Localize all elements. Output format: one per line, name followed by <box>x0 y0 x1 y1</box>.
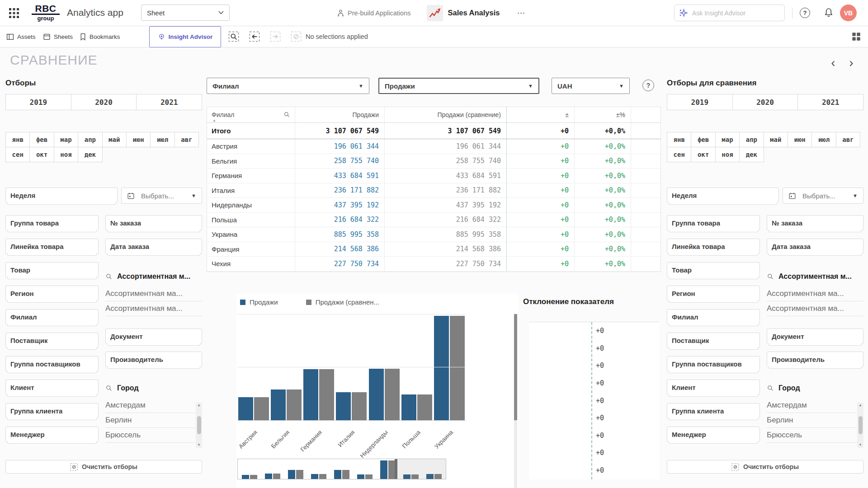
bar-comparison[interactable] <box>287 389 302 420</box>
more-options-icon[interactable]: ⋯ <box>517 8 526 18</box>
month-button[interactable]: янв <box>667 132 691 147</box>
step-back-icon[interactable] <box>249 31 260 42</box>
bar-sales[interactable] <box>238 397 253 420</box>
filter-field[interactable]: Товар <box>5 262 99 277</box>
dimension-dropdown[interactable]: Филиал ▼ <box>207 78 369 94</box>
list-item[interactable]: Брюссель <box>105 428 195 443</box>
month-button[interactable]: янв <box>5 132 30 147</box>
measure-dropdown[interactable]: Продажи ▼ <box>378 78 539 94</box>
month-button[interactable]: авг <box>836 132 860 147</box>
month-button[interactable]: фев <box>691 132 715 147</box>
month-button[interactable]: июн <box>126 132 151 147</box>
bar-comparison[interactable] <box>417 394 432 420</box>
branch-cell[interactable]: Нидерланды <box>207 198 295 212</box>
column-header-delta[interactable]: ± <box>506 107 574 122</box>
month-button[interactable]: ноя <box>715 147 740 162</box>
week-filter-field[interactable]: Неделя <box>5 188 118 203</box>
clear-selections-button[interactable]: Очистить отборы <box>5 460 202 474</box>
month-button[interactable]: июн <box>788 132 812 147</box>
filter-field[interactable]: Документ <box>767 328 863 344</box>
branch-cell[interactable]: Чехия <box>207 257 295 271</box>
filter-field[interactable]: Линейка товара <box>5 239 99 254</box>
tab-bookmarks[interactable]: Bookmarks <box>80 26 120 47</box>
ask-insight-advisor-input[interactable] <box>691 9 780 17</box>
step-forward-icon[interactable] <box>270 31 281 42</box>
tab-sheets[interactable]: Sheets <box>43 26 73 47</box>
bar-sales[interactable] <box>434 316 449 420</box>
month-button[interactable]: апр <box>739 132 764 147</box>
year-button[interactable]: 2020 <box>71 94 137 110</box>
previous-sheet-icon[interactable]: ‹ <box>826 55 840 70</box>
filter-field[interactable]: № заказа <box>105 215 202 230</box>
ask-insight-advisor-box[interactable] <box>674 5 785 21</box>
week-filter-field[interactable]: Неделя <box>667 188 779 203</box>
dropdowns-help-icon[interactable]: ? <box>642 80 654 91</box>
filter-field[interactable]: Группа товара <box>5 215 99 230</box>
filter-field[interactable]: Поставщик <box>667 333 760 348</box>
search-icon[interactable] <box>767 273 774 280</box>
filter-field[interactable]: Группа товара <box>667 215 760 230</box>
list-item[interactable]: Берлин <box>767 413 857 428</box>
list-item[interactable]: Амстердам <box>767 398 857 413</box>
month-button[interactable]: дек <box>78 147 102 162</box>
month-button[interactable]: май <box>102 132 127 147</box>
bar-sales[interactable] <box>303 369 318 420</box>
month-button[interactable]: фев <box>29 132 54 147</box>
search-icon[interactable] <box>105 273 113 280</box>
chart-scrollbar-thumb[interactable] <box>514 314 517 420</box>
year-button[interactable]: 2019 <box>5 94 71 110</box>
sheet-selector-dropdown[interactable]: Sheet <box>141 5 230 21</box>
branch-cell[interactable]: Италия <box>207 183 295 198</box>
filter-field[interactable]: Регион <box>5 286 99 301</box>
filter-field[interactable]: Филиал <box>667 309 760 324</box>
prebuild-applications-link[interactable]: Pre-build Applications <box>337 9 410 17</box>
month-button[interactable]: окт <box>691 147 715 162</box>
bar-sales[interactable] <box>401 394 416 420</box>
year-button[interactable]: 2021 <box>797 94 863 110</box>
bar-comparison[interactable] <box>450 316 465 420</box>
scrollbar-thumb[interactable] <box>197 416 201 434</box>
sales-analysis-thumbnail-icon[interactable] <box>427 5 443 21</box>
branch-cell[interactable]: Польша <box>207 213 295 227</box>
chart-scrollbar[interactable] <box>514 314 517 488</box>
bar-comparison[interactable] <box>319 369 334 420</box>
next-sheet-icon[interactable]: › <box>844 55 858 70</box>
filter-field[interactable]: Клиент <box>5 380 99 395</box>
filter-field[interactable]: Регион <box>667 286 760 301</box>
scrollbar[interactable]: ▲ ▼ <box>857 403 863 448</box>
month-button[interactable]: май <box>764 132 788 147</box>
filter-field[interactable]: Менеджер <box>5 427 99 442</box>
month-button[interactable]: дек <box>739 147 764 162</box>
filter-field[interactable]: Группа клиента <box>5 403 99 418</box>
month-button[interactable]: июл <box>150 132 175 147</box>
list-item[interactable]: Ассортиментная ма... <box>105 301 202 316</box>
branch-cell[interactable]: Австрия <box>207 139 295 154</box>
filter-field[interactable]: Группа поставщиков <box>667 356 760 371</box>
filter-field[interactable]: № заказа <box>767 215 863 230</box>
clear-all-selections-icon[interactable] <box>291 31 302 42</box>
bar-comparison[interactable] <box>352 392 367 420</box>
filter-field[interactable]: Группа поставщиков <box>5 356 99 371</box>
current-app-name[interactable]: Sales Analysis <box>448 9 500 17</box>
column-header-branch[interactable]: Филиал ▲ <box>207 107 295 122</box>
scroll-down-icon[interactable]: ▼ <box>859 443 862 447</box>
user-avatar[interactable]: VB <box>840 5 857 21</box>
chart-navigator[interactable] <box>237 459 446 479</box>
list-item[interactable]: Ассортиментная ма... <box>105 286 202 301</box>
month-button[interactable]: ноя <box>54 147 78 162</box>
tab-insight-advisor[interactable]: Insight Advisor <box>149 26 221 47</box>
month-button[interactable]: авг <box>175 132 199 147</box>
scroll-up-icon[interactable]: ▲ <box>197 404 201 407</box>
list-item[interactable]: Брюссель <box>767 428 857 443</box>
month-button[interactable]: июл <box>811 132 836 147</box>
scrollbar-thumb[interactable] <box>859 416 863 434</box>
bar-comparison[interactable] <box>254 397 269 420</box>
column-search-icon[interactable] <box>283 111 290 118</box>
filter-field[interactable]: Филиал <box>5 309 99 324</box>
scroll-down-icon[interactable]: ▼ <box>197 443 201 447</box>
comparison-clear-selections-button[interactable]: Очистить отборы <box>667 460 863 474</box>
bar-comparison[interactable] <box>385 369 400 420</box>
filter-field[interactable]: Группа клиента <box>667 403 760 418</box>
month-button[interactable]: апр <box>78 132 102 147</box>
month-button[interactable]: мар <box>54 132 78 147</box>
